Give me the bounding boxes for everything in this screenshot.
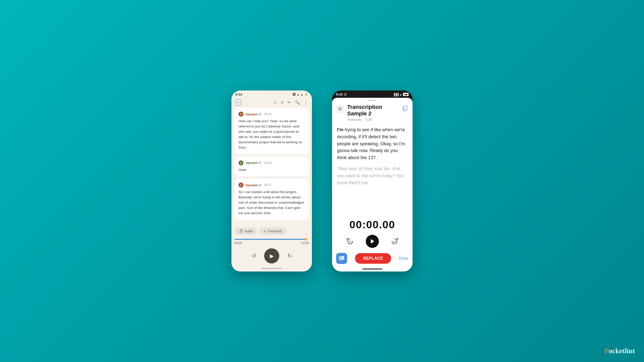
transcription-duration: 0:26 [366,118,372,121]
svg-point-5 [340,110,340,110]
back-button[interactable]: ← [235,99,241,106]
speaker2-badge-2: 2 [238,183,244,188]
chat-icon-button[interactable] [336,253,347,264]
forward-button-left[interactable]: ↻ [287,253,292,259]
speaker2-text-1: How can i help you? Yeah, so we were ref… [238,119,305,150]
rewind-icon: 15 [346,237,355,246]
speaker2-header-2: 2 Speaker 2 00:21 [238,183,305,188]
transcript-para-1: I'm trying to see if like when we're rec… [337,126,408,161]
transcription-date: Yesterday [347,118,361,121]
speaker2-name-2: Speaker 2 [246,183,261,187]
svg-point-3 [341,109,341,109]
speaker2-time-1: 00:05 [264,112,271,116]
transcript-tab[interactable]: ≡ Transcript [259,228,286,235]
calendar-icon: ▪ [344,93,347,96]
speaker1-text: Yeah, [238,167,305,173]
transcription-title: Transcription Sample 2 [347,104,398,117]
signal-bars-icon: ▐▐▐ [393,93,398,96]
transcript-para-2: They look uh they look fun. And you want… [337,165,408,187]
progress-dot [304,238,307,241]
speaker2-card-1: 2 Speaker 2 00:05 How can i help you? Ye… [234,108,309,154]
left-status-bar: 9:14 🔇 ▲ ▲ 🔋 [231,90,312,97]
speaker1-name: Speaker 1 [246,161,261,165]
svg-rect-15 [340,258,343,258]
svg-marker-11 [397,238,398,240]
play-button-left[interactable]: ▶ [264,248,279,263]
playback-controls-left: ↺ ▶ ↻ [231,245,312,265]
transcription-meta: Yesterday 0:26 [347,118,398,121]
share-icon[interactable]: ⎋ [281,100,284,105]
toolbar-right-icons: ☆ ⎋ ✂ 🔍 ⋮ [273,100,308,105]
filter-icon-box[interactable] [336,105,344,113]
audio-tab-label: Audio [245,229,253,233]
home-bar-right [362,268,382,269]
forward-icon: 15 [390,237,399,246]
audio-progress: 00:00 -24:28 [231,237,312,245]
speaker2-text-2: So i can explain a bit about the project… [238,190,305,216]
left-phone: 9:14 🔇 ▲ ▲ 🔋 ← ☆ ⎋ ✂ 🔍 ⋮ 2 [231,90,312,272]
right-time: 9:15 [336,93,343,96]
right-status-icons: ▐▐▐ ▲ ■■ [393,93,409,96]
time-row: 00:00 -24:28 [234,241,309,245]
home-indicator-left [231,265,312,272]
play-button-right[interactable] [366,235,379,248]
cut-icon[interactable]: ✂ [288,100,291,105]
speaker1-header: 1 Speaker 1 00:20 [238,160,305,165]
copy-icon-box[interactable] [401,104,409,113]
copy-icon [403,106,407,111]
mute-icon: 🔇 [292,93,296,96]
drag-handle[interactable] [368,100,377,101]
filter-icon [338,107,342,111]
svg-text:15: 15 [349,240,351,243]
transcript-tab-label: Transcript [267,229,282,233]
watermark-p: P [605,347,609,355]
left-time: 9:14 [235,93,242,96]
transcript-highlight: I'm [337,127,343,132]
svg-text:15: 15 [393,240,395,243]
more-icon[interactable]: ⋮ [304,100,308,105]
progress-fill [234,239,305,240]
play-icon-right [370,239,375,244]
search-icon[interactable]: 🔍 [295,100,300,105]
right-phone: 9:15 ▪ ▐▐▐ ▲ ■■ [332,90,413,272]
progress-bar[interactable] [234,239,309,240]
playback-controls-right: 15 15 [332,233,413,251]
svg-marker-8 [346,238,348,240]
transcript-text-area: I'm trying to see if like when we're rec… [332,124,413,217]
done-button[interactable]: Done [399,256,409,261]
forward-button-right[interactable]: 15 [389,236,400,247]
conversation-content: 2 Speaker 2 00:05 How can i help you? Ye… [231,108,312,225]
svg-marker-16 [340,260,341,261]
svg-rect-7 [404,106,407,110]
replace-button[interactable]: REPLACE [355,253,391,264]
rewind-button-left[interactable]: ↺ [252,253,256,259]
signal-icon: ▲ [297,93,300,96]
rewind-button-right[interactable]: 15 [345,236,356,247]
chat-icon [339,256,344,261]
battery-right-icon: ■■ [403,93,409,96]
speaker2-card-2: 2 Speaker 2 00:21 So i can explain a bit… [234,178,309,220]
tabs-row: 🎵 Audio ≡ Transcript [231,225,312,237]
speaker2-header-1: 2 Speaker 2 00:05 [238,112,305,117]
battery-icon: 🔋 [304,93,308,96]
svg-point-2 [339,108,340,108]
transcription-header: Transcription Sample 2 Yesterday 0:26 [332,102,413,124]
audio-tab[interactable]: 🎵 Audio [234,228,257,235]
watermark: Pocketlint [605,347,635,355]
speaker1-badge: 1 [238,160,244,165]
wifi-right-icon: ▲ [399,93,402,96]
home-indicator-right [332,266,413,272]
svg-rect-14 [340,257,342,257]
speaker2-name-1: Speaker 2 [246,112,261,116]
transcription-title-group: Transcription Sample 2 Yesterday 0:26 [347,104,398,121]
star-icon[interactable]: ☆ [273,100,277,105]
right-status-bar: 9:15 ▪ ▐▐▐ ▲ ■■ [332,90,413,98]
watermark-text: ocketlint [609,347,635,355]
right-main-content: Transcription Sample 2 Yesterday 0:26 [332,98,413,272]
transcript-rest: trying to see if like when we're recordi… [337,127,405,160]
speaker2-time-2: 00:21 [264,183,271,187]
wifi-icon: ▲ [301,93,303,96]
left-status-icons: 🔇 ▲ ▲ 🔋 [292,93,308,96]
svg-marker-10 [371,239,374,244]
remaining-time: -24:28 [300,241,309,245]
